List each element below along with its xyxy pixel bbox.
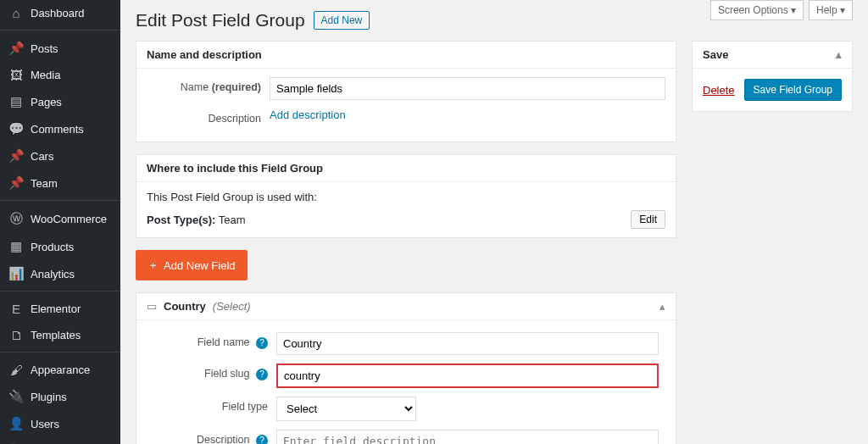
sidebar-item-comments[interactable]: 💬Comments: [0, 115, 120, 142]
help-icon[interactable]: ?: [256, 435, 268, 444]
sidebar-item-label: Plugins: [31, 391, 67, 403]
sidebar-item-label: Products: [31, 241, 74, 253]
analytics-icon: 📊: [8, 266, 24, 281]
sidebar-item-label: WooCommerce: [31, 213, 107, 225]
comments-icon: 💬: [8, 121, 24, 136]
name-label: Name (required): [147, 77, 270, 93]
help-button[interactable]: Help ▾: [809, 0, 853, 20]
delete-link[interactable]: Delete: [703, 84, 735, 97]
sidebar-item-label: Analytics: [31, 268, 75, 280]
elementor-icon: E: [8, 302, 24, 316]
field-title: Country: [164, 300, 206, 313]
sidebar-item-tools[interactable]: 🔧Tools: [0, 437, 120, 444]
save-box: Save ▴ Delete Save Field Group: [692, 41, 853, 112]
screen-options-button[interactable]: Screen Options ▾: [710, 0, 804, 20]
field-type-label: (Select): [213, 300, 251, 313]
sidebar-item-users[interactable]: 👤Users: [0, 410, 120, 437]
add-new-button[interactable]: Add New: [314, 11, 370, 30]
templates-icon: 🗋: [8, 328, 24, 342]
field-name-label: Field name: [198, 336, 250, 348]
posts-icon: 📌: [8, 41, 24, 56]
media-icon: 🖾: [8, 68, 24, 82]
page-title: Edit Post Field Group: [136, 10, 305, 31]
help-icon[interactable]: ?: [256, 369, 268, 380]
sidebar-item-label: Team: [31, 177, 58, 190]
sidebar-item-posts[interactable]: 📌Posts: [0, 35, 120, 62]
save-box-heading: Save: [703, 48, 728, 61]
plus-icon: ＋: [147, 258, 159, 273]
woocommerce-icon: ⓦ: [8, 211, 24, 227]
sidebar-item-woocommerce[interactable]: ⓦWooCommerce: [0, 205, 120, 233]
name-description-heading: Name and description: [136, 42, 676, 69]
appearance-icon: 🖌: [8, 363, 24, 377]
sidebar-item-label: Appearance: [31, 364, 90, 376]
help-icon[interactable]: ?: [256, 337, 268, 349]
collapse-toggle-icon[interactable]: ▴: [836, 48, 842, 61]
field-type-select[interactable]: Select: [276, 397, 416, 421]
products-icon: ▦: [8, 239, 24, 254]
field-slug-label: Field slug: [204, 368, 250, 380]
post-types-line: Post Type(s): Team: [147, 214, 246, 226]
field-description-textarea[interactable]: [276, 430, 659, 444]
group-name-input[interactable]: [270, 77, 665, 100]
where-include-box: Where to include this Field Group This P…: [136, 154, 676, 238]
sidebar-item-label: Comments: [31, 123, 84, 136]
name-description-box: Name and description Name (required) Des…: [136, 41, 676, 142]
sidebar-item-label: Media: [31, 69, 60, 81]
sidebar-item-cars[interactable]: 📌Cars: [0, 142, 120, 169]
sidebar-item-label: Elementor: [31, 302, 81, 315]
cars-icon: 📌: [8, 148, 24, 164]
field-panel-country: ▭ Country (Select) ▴ Field name ?: [136, 292, 676, 444]
used-with-text: This Post Field Group is used with:: [147, 191, 665, 203]
sidebar-item-products[interactable]: ▦Products: [0, 233, 120, 260]
field-name-input[interactable]: [276, 332, 659, 355]
add-new-field-button[interactable]: ＋ Add New Field: [136, 250, 248, 280]
plugins-icon: 🔌: [8, 389, 24, 404]
field-type-icon: ▭: [147, 300, 157, 313]
team-icon: 📌: [8, 175, 24, 191]
users-icon: 👤: [8, 416, 24, 431]
sidebar-item-label: Posts: [31, 42, 58, 55]
sidebar-item-label: Pages: [31, 96, 62, 108]
sidebar-item-elementor[interactable]: EElementor: [0, 296, 120, 322]
sidebar-item-dashboard[interactable]: ⌂Dashboard: [0, 0, 120, 26]
sidebar-item-team[interactable]: 📌Team: [0, 169, 120, 197]
sidebar-item-label: Templates: [31, 329, 81, 341]
sidebar-item-appearance[interactable]: 🖌Appearance: [0, 357, 120, 383]
add-description-link[interactable]: Add description: [270, 108, 346, 121]
dashboard-icon: ⌂: [8, 6, 24, 20]
sidebar-item-pages[interactable]: ▤Pages: [0, 88, 120, 115]
sidebar-item-label: Cars: [31, 150, 53, 163]
where-include-heading: Where to include this Field Group: [136, 155, 676, 182]
sidebar-item-templates[interactable]: 🗋Templates: [0, 322, 120, 348]
sidebar-item-media[interactable]: 🖾Media: [0, 62, 120, 88]
collapse-toggle-icon[interactable]: ▴: [659, 300, 665, 313]
sidebar-item-label: Users: [31, 418, 59, 430]
sidebar-item-analytics[interactable]: 📊Analytics: [0, 260, 120, 287]
field-type-row-label: Field type: [153, 397, 276, 413]
field-slug-input[interactable]: [276, 364, 659, 388]
save-field-group-button[interactable]: Save Field Group: [744, 79, 842, 101]
field-description-label: Description: [197, 434, 250, 444]
pages-icon: ▤: [8, 94, 24, 109]
description-label: Description: [147, 108, 270, 125]
sidebar-item-label: Dashboard: [31, 7, 85, 19]
sidebar-item-plugins[interactable]: 🔌Plugins: [0, 383, 120, 410]
edit-where-button[interactable]: Edit: [631, 210, 665, 229]
